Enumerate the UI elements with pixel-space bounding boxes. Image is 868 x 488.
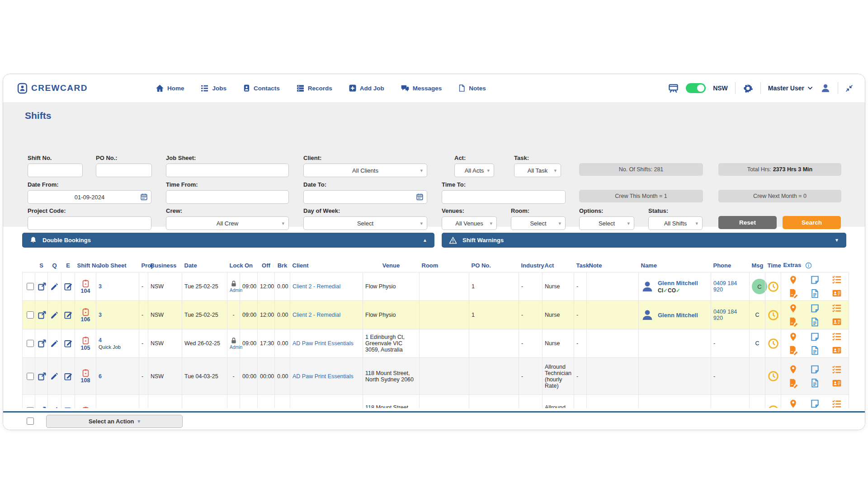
task-select[interactable]: All Task ▾ bbox=[514, 164, 561, 177]
id-card-icon[interactable] bbox=[832, 378, 842, 388]
document-icon[interactable] bbox=[810, 378, 820, 388]
client-select[interactable]: All Clients ▾ bbox=[303, 164, 427, 177]
edit-square-icon[interactable] bbox=[64, 282, 73, 291]
client-link[interactable]: AD Paw Print Essentials bbox=[292, 408, 354, 408]
share-icon[interactable] bbox=[38, 310, 47, 319]
note-icon[interactable] bbox=[810, 304, 820, 313]
reset-button[interactable]: Reset bbox=[718, 216, 777, 229]
menu-item-messages[interactable]: Messages bbox=[401, 84, 442, 93]
job-sheet-link[interactable]: 4 bbox=[99, 337, 137, 343]
map-pin-icon[interactable] bbox=[788, 365, 798, 374]
compress-icon[interactable] bbox=[845, 84, 853, 92]
job-sheet-link[interactable]: 7 bbox=[99, 408, 102, 408]
calendar-icon[interactable] bbox=[416, 193, 424, 201]
edit-square-icon[interactable] bbox=[64, 310, 73, 319]
id-card-icon[interactable] bbox=[832, 288, 842, 298]
crew-select[interactable]: All Crew ▾ bbox=[166, 216, 289, 230]
menu-item-records[interactable]: Records bbox=[296, 84, 332, 93]
info-icon[interactable] bbox=[757, 408, 763, 408]
clock-icon[interactable] bbox=[768, 281, 779, 292]
client-link[interactable]: AD Paw Print Essentials bbox=[292, 373, 354, 380]
checklist-icon[interactable] bbox=[832, 275, 842, 285]
select-all-checkbox[interactable] bbox=[27, 418, 34, 425]
menu-item-notes[interactable]: Notes bbox=[458, 84, 486, 92]
menu-item-home[interactable]: Home bbox=[156, 84, 184, 93]
pencil-icon[interactable] bbox=[50, 339, 59, 348]
id-card-icon[interactable] bbox=[832, 345, 842, 355]
row-checkbox[interactable] bbox=[27, 311, 34, 319]
note-icon[interactable] bbox=[810, 399, 820, 408]
signature-doc-icon[interactable] bbox=[788, 345, 798, 355]
map-pin-icon[interactable] bbox=[788, 332, 798, 342]
crew-name-link[interactable]: Glenn Mitchell bbox=[658, 280, 698, 286]
clock-icon[interactable] bbox=[768, 405, 779, 408]
client-link[interactable]: AD Paw Print Essentials bbox=[292, 340, 354, 347]
menu-item-add-job[interactable]: Add Job bbox=[349, 84, 384, 92]
edit-square-icon[interactable] bbox=[64, 406, 73, 408]
info-icon[interactable] bbox=[805, 262, 812, 269]
row-checkbox[interactable] bbox=[27, 340, 34, 347]
clock-icon[interactable] bbox=[768, 371, 779, 382]
phone-link[interactable]: 0409 184 920 bbox=[713, 280, 737, 293]
job-sheet-link[interactable]: 3 bbox=[99, 312, 102, 318]
crewcard-logo[interactable]: CREWCARD bbox=[17, 83, 88, 94]
timesheet-clipboard-icon[interactable] bbox=[81, 336, 90, 345]
timesheet-clipboard-icon[interactable] bbox=[81, 369, 90, 377]
po-no-input[interactable] bbox=[96, 164, 152, 177]
signature-doc-icon[interactable] bbox=[788, 317, 798, 327]
document-icon[interactable] bbox=[810, 346, 820, 355]
pencil-icon[interactable] bbox=[50, 311, 59, 319]
job-sheet-link[interactable]: 3 bbox=[99, 283, 102, 290]
display-board-icon[interactable] bbox=[668, 83, 679, 94]
map-pin-icon[interactable] bbox=[788, 304, 798, 313]
client-link[interactable]: Client 2 - Remedial bbox=[292, 312, 340, 318]
menu-item-jobs[interactable]: Jobs bbox=[200, 84, 226, 93]
row-checkbox[interactable] bbox=[27, 407, 34, 408]
calendar-icon[interactable] bbox=[140, 193, 148, 201]
signature-doc-icon[interactable] bbox=[788, 378, 798, 388]
note-icon[interactable] bbox=[810, 332, 820, 342]
checklist-icon[interactable] bbox=[832, 365, 842, 375]
room-select[interactable]: Select ▾ bbox=[511, 216, 566, 230]
timesheet-clipboard-icon[interactable] bbox=[81, 308, 90, 316]
venues-select[interactable]: All Venues ▾ bbox=[442, 216, 497, 230]
region-toggle[interactable] bbox=[686, 83, 706, 93]
pencil-icon[interactable] bbox=[50, 372, 59, 380]
document-icon[interactable] bbox=[810, 289, 820, 298]
shift-number[interactable]: 104 bbox=[77, 288, 94, 294]
clock-icon[interactable] bbox=[768, 310, 779, 321]
pencil-icon[interactable] bbox=[50, 282, 59, 291]
shift-number[interactable]: 105 bbox=[77, 345, 94, 351]
time-from-input[interactable] bbox=[166, 190, 289, 204]
checklist-icon[interactable] bbox=[832, 303, 842, 313]
day-of-week-select[interactable]: Select ▾ bbox=[303, 216, 427, 230]
select-action-button[interactable]: Select an Action ▾ bbox=[46, 415, 183, 428]
signature-doc-icon[interactable] bbox=[788, 288, 798, 298]
time-to-input[interactable] bbox=[442, 190, 566, 204]
shift-no-input[interactable] bbox=[28, 164, 83, 177]
note-icon[interactable] bbox=[810, 365, 820, 374]
date-from-input[interactable] bbox=[28, 190, 151, 204]
gear-icon[interactable] bbox=[743, 83, 753, 94]
row-checkbox[interactable] bbox=[27, 283, 34, 290]
note-icon[interactable] bbox=[810, 275, 820, 285]
id-card-icon[interactable] bbox=[832, 317, 842, 327]
clock-icon[interactable] bbox=[768, 338, 779, 349]
date-to-input[interactable] bbox=[303, 190, 427, 204]
pencil-icon[interactable] bbox=[50, 406, 59, 408]
document-icon[interactable] bbox=[810, 317, 820, 327]
share-icon[interactable] bbox=[38, 372, 47, 381]
checklist-icon[interactable] bbox=[832, 332, 842, 342]
expand-arrow-icon[interactable]: ▼ bbox=[835, 238, 839, 243]
share-icon[interactable] bbox=[38, 406, 47, 408]
profile-icon[interactable] bbox=[821, 83, 830, 93]
edit-square-icon[interactable] bbox=[64, 339, 73, 348]
search-button[interactable]: Search bbox=[783, 216, 841, 229]
map-pin-icon[interactable] bbox=[788, 399, 798, 408]
collapse-arrow-icon[interactable]: ▲ bbox=[423, 238, 427, 243]
phone-link[interactable]: 0409 184 920 bbox=[713, 309, 737, 321]
options-select[interactable]: Select ▾ bbox=[579, 216, 634, 230]
status-select[interactable]: All Shifts ▾ bbox=[648, 216, 703, 230]
menu-item-contacts[interactable]: Contacts bbox=[243, 84, 280, 92]
map-pin-icon[interactable] bbox=[788, 275, 798, 285]
